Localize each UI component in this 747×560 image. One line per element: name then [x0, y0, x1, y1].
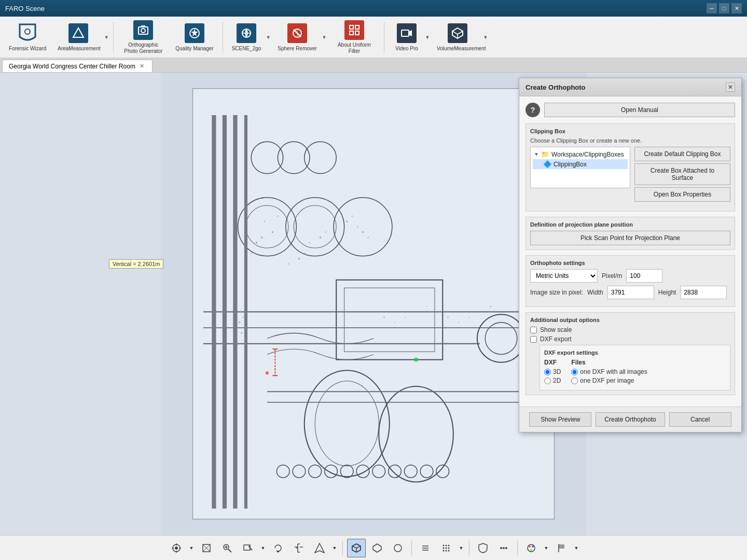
close-button[interactable]: ✕: [731, 3, 742, 13]
bottom-pan-btn[interactable]: [289, 539, 308, 557]
toolbar-sphere-remover[interactable]: Sphere Remover: [273, 19, 322, 56]
create-surface-box-button[interactable]: Create Box Attached to Surface: [634, 163, 730, 185]
navigate-dropdown[interactable]: ▼: [331, 539, 338, 557]
toolbar-scene2go[interactable]: SCENE_2go: [227, 19, 266, 56]
tab-bar: Georgia World Congress Center Chiller Ro…: [0, 58, 747, 73]
pick-scan-point-button[interactable]: Pick Scan Point for Projection Plane: [530, 231, 730, 245]
bottom-rotate-btn[interactable]: [269, 539, 287, 557]
units-row: Metric Units Imperial Units Pixel/m: [530, 269, 730, 283]
bottom-move-btn[interactable]: [197, 539, 216, 557]
files-all-label[interactable]: one DXF with all images: [580, 368, 647, 375]
svg-point-69: [469, 317, 470, 318]
bottom-sep-4: [517, 541, 518, 555]
orthophoto-settings-section: Orthophoto settings Metric Units Imperia…: [525, 255, 735, 307]
create-orthophoto-button[interactable]: Create Orthophoto: [596, 412, 665, 427]
maximize-button[interactable]: □: [719, 3, 729, 13]
window-controls: ─ □ ✕: [707, 3, 742, 13]
width-input[interactable]: [607, 286, 654, 299]
svg-point-62: [394, 322, 395, 323]
toolbar-sphere-remover-group: Sphere Remover ▼: [273, 19, 327, 56]
bottom-circle-btn[interactable]: [389, 539, 407, 557]
orthographic-icon-box: [133, 20, 153, 40]
sphere-remover-dropdown[interactable]: ▼: [322, 35, 327, 40]
svg-point-139: [503, 547, 505, 549]
dxf-3d-label[interactable]: 3D: [553, 368, 561, 375]
tree-root: ▼ 📁 Workspace/ClippingBoxes: [533, 149, 628, 159]
dxf-export-label[interactable]: DXF export: [540, 335, 572, 343]
scene2go-dropdown[interactable]: ▼: [266, 35, 271, 40]
toolbar-video-pro[interactable]: Video Pro: [389, 19, 425, 56]
open-box-properties-button[interactable]: Open Box Properties: [634, 187, 730, 202]
dxf-2d-radio[interactable]: [544, 377, 551, 384]
tab-close[interactable]: ✕: [139, 63, 146, 70]
tab-label: Georgia World Congress Center Chiller Ro…: [9, 63, 135, 70]
pixel-m-input[interactable]: [626, 269, 662, 283]
toolbar-area-measurement[interactable]: AreaMeasurement: [53, 19, 104, 56]
video-pro-dropdown[interactable]: ▼: [425, 35, 430, 40]
svg-point-129: [443, 544, 445, 546]
bottom-flag-btn[interactable]: [552, 539, 571, 557]
dialog-close-button[interactable]: ✕: [726, 82, 735, 92]
units-select[interactable]: Metric Units Imperial Units: [530, 269, 598, 283]
svg-point-95: [244, 338, 245, 339]
svg-point-130: [446, 544, 447, 546]
toolbar-uniform-filter[interactable]: About Uniform Filter: [329, 19, 380, 56]
bottom-zoom-rect-btn[interactable]: [239, 539, 257, 557]
additional-label: Additional output options: [530, 317, 730, 323]
tab-gwcc[interactable]: Georgia World Congress Center Chiller Ro…: [2, 60, 153, 72]
grid2-dropdown[interactable]: ▼: [458, 539, 465, 557]
bottom-palette-btn[interactable]: [522, 539, 541, 557]
minimize-button[interactable]: ─: [707, 3, 717, 13]
files-per-row: one DXF per image: [571, 377, 647, 384]
area-measurement-dropdown[interactable]: ▼: [104, 35, 109, 40]
create-orthophoto-dialog: Create Orthophoto ✕ ? Open Manual Clippi…: [519, 78, 742, 432]
bottom-shield-btn[interactable]: [474, 539, 492, 557]
files-all-row: one DXF with all images: [571, 368, 647, 375]
tree-root-label: Workspace/ClippingBoxes: [551, 151, 624, 158]
svg-point-60: [373, 311, 374, 312]
svg-point-144: [530, 549, 532, 551]
files-col: Files one DXF with all images one DXF pe…: [571, 359, 647, 386]
files-per-radio[interactable]: [571, 377, 578, 384]
bottom-grid1-btn[interactable]: [416, 539, 435, 557]
bottom-toolbar: ▼ ▼ ▼ ▼: [0, 535, 747, 560]
toolbar-video-pro-group: Video Pro ▼: [389, 19, 430, 56]
dxf-3d-radio[interactable]: [544, 369, 551, 375]
show-scale-checkbox[interactable]: [530, 327, 537, 333]
help-button[interactable]: ?: [525, 103, 540, 117]
bottom-dots-btn[interactable]: [494, 539, 513, 557]
zoom-rect-dropdown[interactable]: ▼: [259, 539, 267, 557]
dxf-3d-row: 3D: [544, 368, 561, 375]
projection-label: Definition of projection plane position: [530, 221, 730, 228]
svg-point-94: [241, 332, 243, 334]
height-input[interactable]: [680, 286, 727, 299]
dialog-title: Create Orthophoto: [525, 83, 586, 91]
files-per-label[interactable]: one DXF per image: [580, 377, 634, 384]
toolbar-quality-manager[interactable]: Quality Manager: [171, 19, 218, 56]
bottom-target-btn[interactable]: [167, 539, 186, 557]
cancel-button[interactable]: Cancel: [669, 412, 731, 427]
palette-dropdown[interactable]: ▼: [543, 539, 550, 557]
bottom-navigate-btn[interactable]: [310, 539, 329, 557]
toolbar-orthographic-photo[interactable]: Orthographic Photo Generator: [118, 19, 169, 56]
open-manual-button[interactable]: Open Manual: [544, 103, 735, 117]
dxf-2d-label[interactable]: 2D: [553, 377, 561, 384]
flag-dropdown[interactable]: ▼: [573, 539, 580, 557]
tree-child[interactable]: 🔷 ClippingBox: [533, 159, 628, 169]
bottom-grid2-btn[interactable]: [437, 539, 455, 557]
toolbar-volume-measurement[interactable]: VolumeMeasurement: [432, 19, 483, 56]
files-all-radio[interactable]: [571, 369, 578, 375]
volume-measurement-dropdown[interactable]: ▼: [483, 35, 488, 40]
clipping-tree-view[interactable]: ▼ 📁 Workspace/ClippingBoxes 🔷 ClippingBo…: [530, 147, 630, 188]
target-dropdown[interactable]: ▼: [188, 539, 195, 557]
bottom-point-btn[interactable]: [368, 539, 386, 557]
show-scale-label[interactable]: Show scale: [540, 326, 572, 333]
toolbar-forensic-wizard[interactable]: Forensic Wizard: [4, 19, 51, 56]
create-default-clipping-box-button[interactable]: Create Default Clipping Box: [634, 147, 730, 161]
bottom-3d-view-btn[interactable]: [347, 539, 366, 557]
clipping-box-icon: 🔷: [543, 160, 551, 168]
uniform-filter-label: About Uniform Filter: [334, 42, 375, 54]
bottom-zoom-btn[interactable]: [218, 539, 237, 557]
show-preview-button[interactable]: Show Preview: [529, 412, 591, 427]
dxf-export-checkbox[interactable]: [530, 336, 537, 343]
